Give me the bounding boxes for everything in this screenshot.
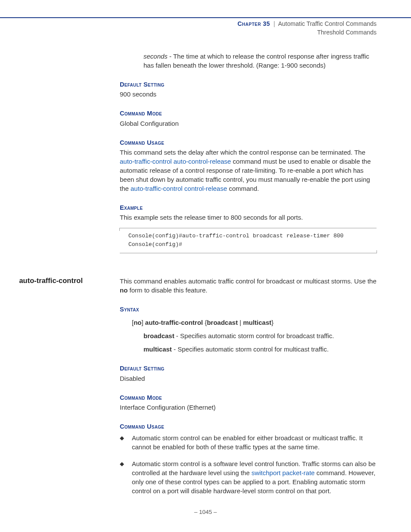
- page: Chapter 35 | Automatic Traffic Control C…: [0, 0, 411, 532]
- default-setting-heading: Default Setting: [120, 80, 377, 89]
- param-name: seconds: [143, 53, 168, 60]
- intro-no: no: [120, 286, 128, 294]
- usage-post: command.: [227, 185, 259, 192]
- header-line-1: Chapter 35 | Automatic Traffic Control C…: [237, 20, 377, 28]
- command-usage-text: This command sets the delay after which …: [120, 148, 377, 193]
- syntax-lbrace: {: [203, 319, 207, 326]
- command-intro: This command enables automatic traffic c…: [120, 277, 377, 295]
- param-desc: - The time at which to release the contr…: [143, 53, 369, 69]
- bullet-icon: ◆: [120, 433, 132, 451]
- syntax-cmd: auto-traffic-control: [145, 319, 203, 326]
- example-text: This example sets the release timer to 8…: [120, 213, 377, 222]
- param-broadcast-desc: - Specifies automatic storm control for …: [174, 332, 334, 339]
- running-header: Chapter 35 | Automatic Traffic Control C…: [237, 20, 377, 37]
- footer-dash-left: –: [194, 509, 199, 515]
- default-setting-heading-2: Default Setting: [120, 364, 377, 373]
- page-number: 1045: [199, 509, 212, 515]
- command-usage-heading: Command Usage: [120, 138, 377, 147]
- command-section-auto-traffic-control: auto-traffic-control This command enable…: [0, 276, 377, 503]
- bullet-1-text: Automatic storm control can be enabled f…: [132, 433, 377, 451]
- example-heading: Example: [120, 203, 377, 212]
- command-mode-value-2: Interface Configuration (Ethernet): [120, 403, 377, 412]
- syntax-pipe: |: [238, 319, 243, 326]
- syntax-line: [no] auto-traffic-control {broadcast | m…: [132, 318, 377, 327]
- syntax-param-broadcast: broadcast - Specifies automatic storm co…: [143, 331, 377, 340]
- bullet-2-text: Automatic storm control is a software le…: [132, 459, 377, 495]
- usage-bullet-2: ◆ Automatic storm control is a software …: [120, 459, 377, 495]
- command-mode-heading: Command Mode: [120, 109, 377, 118]
- command-mode-value: Global Configuration: [120, 119, 377, 128]
- command-usage-heading-2: Command Usage: [120, 422, 377, 431]
- intro-pre: This command enables automatic traffic c…: [120, 277, 377, 285]
- syntax-no: no: [134, 319, 141, 326]
- param-seconds: seconds - The time at which to release t…: [143, 52, 377, 70]
- body-column: seconds - The time at which to release t…: [120, 52, 377, 253]
- command-mode-heading-2: Command Mode: [120, 393, 377, 402]
- intro-post: form to disable this feature.: [128, 286, 207, 294]
- link-auto-control-release[interactable]: auto-traffic-control auto-control-releas…: [120, 158, 231, 165]
- syntax-broadcast: broadcast: [207, 319, 238, 326]
- param-broadcast-name: broadcast: [143, 332, 174, 339]
- link-control-release[interactable]: auto-traffic-control control-release: [131, 185, 227, 192]
- param-multicast-desc: - Specifies automatic storm control for …: [172, 345, 329, 353]
- usage-bullet-list: ◆ Automatic storm control can be enabled…: [120, 433, 377, 495]
- header-pipe: |: [274, 20, 275, 27]
- usage-bullet-1: ◆ Automatic storm control can be enabled…: [120, 433, 377, 451]
- example-code: Console(config)#auto-traffic-control bro…: [120, 228, 377, 253]
- syntax-param-multicast: multicast - Specifies automatic storm co…: [143, 345, 377, 354]
- syntax-rbrace: }: [271, 319, 274, 326]
- default-setting-value-2: Disabled: [120, 374, 377, 383]
- header-subtitle: Threshold Commands: [237, 28, 377, 37]
- syntax-multicast: multicast: [243, 319, 271, 326]
- syntax-rbracket: ]: [142, 319, 145, 326]
- chapter-label: Chapter 35: [237, 20, 270, 27]
- link-switchport-packet-rate[interactable]: switchport packet-rate: [252, 469, 315, 476]
- bullet-icon: ◆: [120, 459, 132, 495]
- param-multicast-name: multicast: [143, 345, 172, 353]
- page-footer: – 1045 –: [0, 508, 411, 516]
- usage-pre: This command sets the delay after which …: [120, 149, 365, 156]
- chapter-title: Automatic Traffic Control Commands: [278, 20, 377, 27]
- header-rule: [0, 17, 411, 18]
- syntax-heading: Syntax: [120, 305, 377, 314]
- footer-dash-right: –: [212, 509, 217, 515]
- margin-command-name: auto-traffic-control: [0, 276, 83, 286]
- command-body: This command enables automatic traffic c…: [120, 277, 377, 495]
- default-setting-value: 900 seconds: [120, 90, 377, 99]
